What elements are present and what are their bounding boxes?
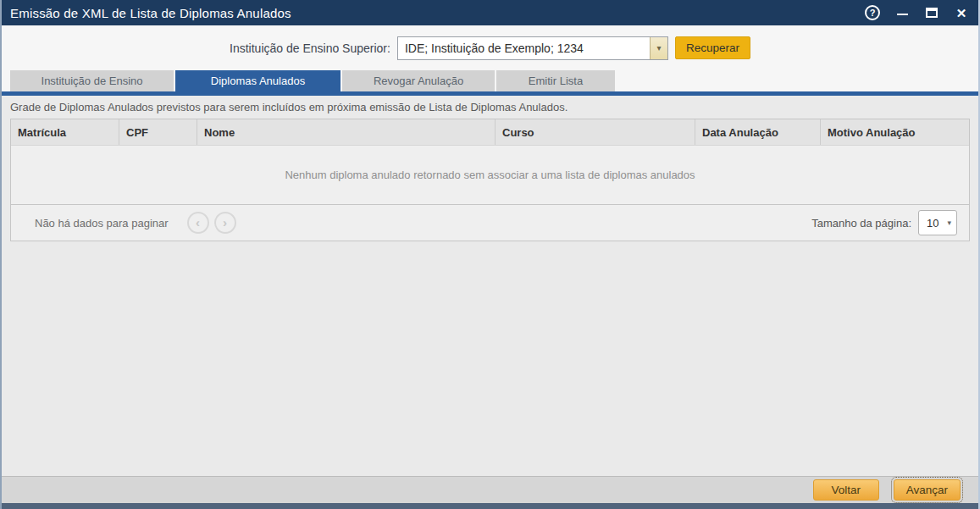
tab-instituicao-de-ensino[interactable]: Instituição de Ensino [10, 70, 174, 91]
institution-combobox[interactable]: IDE; Instituição de Exemplo; 1234 ▾ [397, 36, 668, 60]
help-button[interactable]: ? [864, 4, 881, 21]
chevron-down-icon: ▾ [947, 219, 956, 227]
diplomas-grid: Matrícula CPF Nome Curso Data Anulação M… [10, 119, 970, 241]
help-icon: ? [865, 5, 880, 20]
window-bottom-edge [2, 503, 978, 509]
previous-page-button[interactable]: ‹ [187, 212, 209, 234]
tab-diplomas-anulados[interactable]: Diplomas Anulados [175, 70, 341, 91]
chevron-left-icon: ‹ [196, 216, 200, 229]
title-bar: Emissão de XML de Lista de Diplomas Anul… [2, 0, 978, 25]
page-size-value: 10 [919, 217, 947, 230]
column-header-motivo-anulacao[interactable]: Motivo Anulação [821, 119, 969, 145]
maximize-button[interactable] [923, 4, 940, 21]
close-icon: ✕ [956, 7, 967, 19]
chevron-down-icon[interactable]: ▾ [650, 37, 667, 59]
tab-emitir-lista[interactable]: Emitir Lista [496, 70, 615, 91]
tab-panel-diplomas-anulados: Grade de Diplomas Anulados previstos par… [2, 96, 978, 476]
pagination-status: Não há dados para paginar [35, 217, 169, 230]
minimize-button[interactable] [894, 4, 911, 21]
grid-pagination-bar: Não há dados para paginar ‹ › Tamanho da… [11, 204, 969, 241]
avancar-button[interactable]: Avançar [894, 479, 961, 501]
app-window: Emissão de XML de Lista de Diplomas Anul… [0, 0, 980, 509]
recuperar-button[interactable]: Recuperar [675, 36, 750, 59]
column-header-cpf[interactable]: CPF [119, 119, 197, 145]
minimize-icon [897, 14, 908, 15]
column-header-nome[interactable]: Nome [197, 119, 496, 145]
column-header-data-anulacao[interactable]: Data Anulação [695, 119, 821, 145]
institution-toolbar: Instituição de Ensino Superior: IDE; Ins… [2, 25, 978, 70]
chevron-right-icon: › [223, 216, 227, 229]
page-size-label: Tamanho da página: [811, 217, 911, 230]
page-size-group: Tamanho da página: 10 ▾ [811, 210, 957, 235]
grid-description: Grade de Diplomas Anulados previstos par… [10, 101, 970, 113]
grid-empty-message: Nenhum diploma anulado retornado sem ass… [11, 145, 969, 204]
column-header-matricula[interactable]: Matrícula [11, 119, 119, 145]
tab-revogar-anulacao[interactable]: Revogar Anulação [342, 70, 495, 91]
voltar-button[interactable]: Voltar [813, 479, 879, 501]
institution-combobox-value: IDE; Instituição de Exemplo; 1234 [398, 41, 650, 55]
grid-header-row: Matrícula CPF Nome Curso Data Anulação M… [11, 119, 969, 145]
tab-bar: Instituição de Ensino Diplomas Anulados … [2, 70, 978, 91]
maximize-icon [926, 8, 938, 18]
next-page-button[interactable]: › [214, 212, 236, 234]
window-title: Emissão de XML de Lista de Diplomas Anul… [10, 6, 291, 20]
wizard-footer: Voltar Avançar [2, 476, 978, 503]
column-header-curso[interactable]: Curso [496, 119, 695, 145]
close-button[interactable]: ✕ [953, 4, 970, 21]
window-controls: ? ✕ [864, 4, 970, 21]
page-size-select[interactable]: 10 ▾ [918, 210, 957, 235]
institution-label: Instituição de Ensino Superior: [230, 41, 390, 55]
